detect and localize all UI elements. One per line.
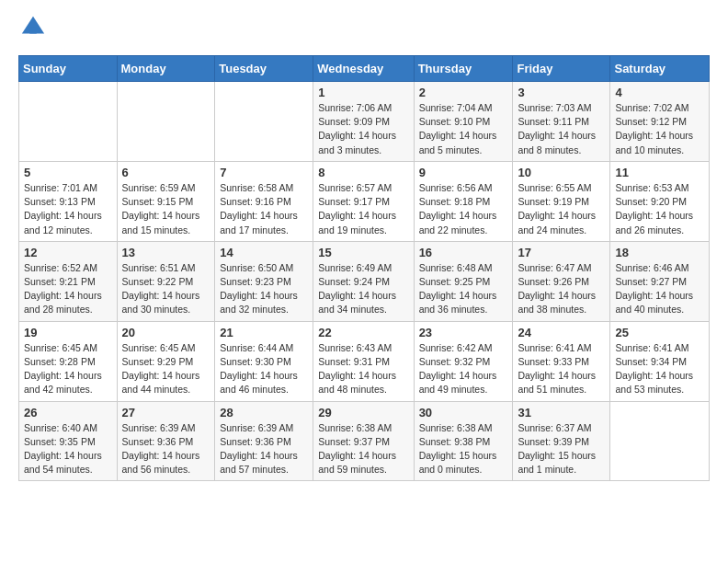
day-number: 20 [122, 326, 210, 339]
day-number: 12 [24, 246, 112, 259]
day-info: Sunrise: 6:38 AM Sunset: 9:38 PM Dayligh… [419, 421, 508, 477]
day-info: Sunrise: 6:59 AM Sunset: 9:15 PM Dayligh… [122, 181, 210, 237]
day-info: Sunrise: 6:50 AM Sunset: 9:23 PM Dayligh… [220, 261, 308, 317]
day-cell: 10Sunrise: 6:55 AM Sunset: 9:19 PM Dayli… [513, 161, 610, 241]
week-row-2: 5Sunrise: 7:01 AM Sunset: 9:13 PM Daylig… [19, 161, 710, 241]
day-number: 19 [24, 326, 112, 339]
day-cell: 9Sunrise: 6:56 AM Sunset: 9:18 PM Daylig… [414, 161, 513, 241]
day-cell [117, 82, 215, 162]
logo [18, 15, 50, 44]
day-number: 31 [518, 406, 605, 419]
day-info: Sunrise: 6:42 AM Sunset: 9:32 PM Dayligh… [419, 341, 508, 397]
day-cell: 15Sunrise: 6:49 AM Sunset: 9:24 PM Dayli… [313, 241, 414, 321]
day-number: 10 [518, 166, 605, 179]
day-number: 6 [122, 166, 210, 179]
day-number: 29 [318, 406, 408, 419]
day-info: Sunrise: 6:56 AM Sunset: 9:18 PM Dayligh… [419, 181, 508, 237]
day-info: Sunrise: 6:48 AM Sunset: 9:25 PM Dayligh… [419, 261, 508, 317]
header [18, 15, 710, 44]
day-number: 24 [518, 326, 605, 339]
day-info: Sunrise: 6:53 AM Sunset: 9:20 PM Dayligh… [615, 181, 704, 237]
day-cell: 11Sunrise: 6:53 AM Sunset: 9:20 PM Dayli… [610, 161, 710, 241]
day-number: 9 [419, 166, 508, 179]
day-number: 1 [318, 86, 408, 99]
week-row-1: 1Sunrise: 7:06 AM Sunset: 9:09 PM Daylig… [19, 82, 710, 162]
day-cell: 20Sunrise: 6:45 AM Sunset: 9:29 PM Dayli… [117, 321, 215, 401]
day-info: Sunrise: 6:39 AM Sunset: 9:36 PM Dayligh… [122, 421, 210, 477]
day-info: Sunrise: 6:45 AM Sunset: 9:28 PM Dayligh… [24, 341, 112, 397]
day-info: Sunrise: 7:04 AM Sunset: 9:10 PM Dayligh… [419, 101, 508, 157]
day-cell: 21Sunrise: 6:44 AM Sunset: 9:30 PM Dayli… [215, 321, 313, 401]
day-info: Sunrise: 6:39 AM Sunset: 9:36 PM Dayligh… [220, 421, 308, 477]
day-number: 22 [318, 326, 408, 339]
day-cell: 12Sunrise: 6:52 AM Sunset: 9:21 PM Dayli… [19, 241, 118, 321]
day-info: Sunrise: 6:46 AM Sunset: 9:27 PM Dayligh… [615, 261, 704, 317]
day-info: Sunrise: 6:51 AM Sunset: 9:22 PM Dayligh… [122, 261, 210, 317]
day-cell: 6Sunrise: 6:59 AM Sunset: 9:15 PM Daylig… [117, 161, 215, 241]
day-number: 30 [419, 406, 508, 419]
day-cell: 25Sunrise: 6:41 AM Sunset: 9:34 PM Dayli… [610, 321, 710, 401]
calendar-table: SundayMondayTuesdayWednesdayThursdayFrid… [18, 55, 710, 481]
weekday-header-wednesday: Wednesday [313, 56, 414, 82]
day-cell: 27Sunrise: 6:39 AM Sunset: 9:36 PM Dayli… [117, 401, 215, 481]
day-cell: 23Sunrise: 6:42 AM Sunset: 9:32 PM Dayli… [414, 321, 513, 401]
day-info: Sunrise: 6:38 AM Sunset: 9:37 PM Dayligh… [318, 421, 408, 477]
day-cell: 8Sunrise: 6:57 AM Sunset: 9:17 PM Daylig… [313, 161, 414, 241]
day-info: Sunrise: 7:06 AM Sunset: 9:09 PM Dayligh… [318, 101, 408, 157]
week-row-4: 19Sunrise: 6:45 AM Sunset: 9:28 PM Dayli… [19, 321, 710, 401]
logo-icon [20, 15, 46, 40]
day-cell: 24Sunrise: 6:41 AM Sunset: 9:33 PM Dayli… [513, 321, 610, 401]
day-cell [610, 401, 710, 481]
day-cell: 13Sunrise: 6:51 AM Sunset: 9:22 PM Dayli… [117, 241, 215, 321]
day-number: 28 [220, 406, 308, 419]
day-cell: 4Sunrise: 7:02 AM Sunset: 9:12 PM Daylig… [610, 82, 710, 162]
day-info: Sunrise: 7:03 AM Sunset: 9:11 PM Dayligh… [518, 101, 605, 157]
day-number: 17 [518, 246, 605, 259]
weekday-header-row: SundayMondayTuesdayWednesdayThursdayFrid… [19, 56, 710, 82]
week-row-5: 26Sunrise: 6:40 AM Sunset: 9:35 PM Dayli… [19, 401, 710, 481]
weekday-header-friday: Friday [513, 56, 610, 82]
day-number: 15 [318, 246, 408, 259]
day-info: Sunrise: 7:01 AM Sunset: 9:13 PM Dayligh… [24, 181, 112, 237]
weekday-header-sunday: Sunday [19, 56, 118, 82]
day-number: 8 [318, 166, 408, 179]
day-cell: 31Sunrise: 6:37 AM Sunset: 9:39 PM Dayli… [513, 401, 610, 481]
day-cell: 18Sunrise: 6:46 AM Sunset: 9:27 PM Dayli… [610, 241, 710, 321]
day-info: Sunrise: 6:52 AM Sunset: 9:21 PM Dayligh… [24, 261, 112, 317]
day-info: Sunrise: 6:41 AM Sunset: 9:34 PM Dayligh… [615, 341, 704, 397]
svg-rect-1 [29, 27, 36, 33]
weekday-header-monday: Monday [117, 56, 215, 82]
day-number: 23 [419, 326, 508, 339]
day-number: 21 [220, 326, 308, 339]
day-info: Sunrise: 7:02 AM Sunset: 9:12 PM Dayligh… [615, 101, 704, 157]
day-cell: 22Sunrise: 6:43 AM Sunset: 9:31 PM Dayli… [313, 321, 414, 401]
day-cell: 17Sunrise: 6:47 AM Sunset: 9:26 PM Dayli… [513, 241, 610, 321]
day-cell: 26Sunrise: 6:40 AM Sunset: 9:35 PM Dayli… [19, 401, 118, 481]
day-cell: 30Sunrise: 6:38 AM Sunset: 9:38 PM Dayli… [414, 401, 513, 481]
day-cell: 3Sunrise: 7:03 AM Sunset: 9:11 PM Daylig… [513, 82, 610, 162]
day-info: Sunrise: 6:40 AM Sunset: 9:35 PM Dayligh… [24, 421, 112, 477]
day-number: 27 [122, 406, 210, 419]
day-info: Sunrise: 6:55 AM Sunset: 9:19 PM Dayligh… [518, 181, 605, 237]
day-number: 3 [518, 86, 605, 99]
day-number: 16 [419, 246, 508, 259]
day-info: Sunrise: 6:43 AM Sunset: 9:31 PM Dayligh… [318, 341, 408, 397]
day-cell: 28Sunrise: 6:39 AM Sunset: 9:36 PM Dayli… [215, 401, 313, 481]
day-number: 11 [615, 166, 704, 179]
day-info: Sunrise: 6:57 AM Sunset: 9:17 PM Dayligh… [318, 181, 408, 237]
day-number: 18 [615, 246, 704, 259]
day-info: Sunrise: 6:37 AM Sunset: 9:39 PM Dayligh… [518, 421, 605, 477]
day-cell: 19Sunrise: 6:45 AM Sunset: 9:28 PM Dayli… [19, 321, 118, 401]
day-info: Sunrise: 6:49 AM Sunset: 9:24 PM Dayligh… [318, 261, 408, 317]
day-number: 25 [615, 326, 704, 339]
day-cell: 1Sunrise: 7:06 AM Sunset: 9:09 PM Daylig… [313, 82, 414, 162]
day-info: Sunrise: 6:45 AM Sunset: 9:29 PM Dayligh… [122, 341, 210, 397]
day-cell: 2Sunrise: 7:04 AM Sunset: 9:10 PM Daylig… [414, 82, 513, 162]
day-cell: 14Sunrise: 6:50 AM Sunset: 9:23 PM Dayli… [215, 241, 313, 321]
day-info: Sunrise: 6:41 AM Sunset: 9:33 PM Dayligh… [518, 341, 605, 397]
day-number: 5 [24, 166, 112, 179]
day-info: Sunrise: 6:47 AM Sunset: 9:26 PM Dayligh… [518, 261, 605, 317]
weekday-header-saturday: Saturday [610, 56, 710, 82]
weekday-header-thursday: Thursday [414, 56, 513, 82]
day-info: Sunrise: 6:44 AM Sunset: 9:30 PM Dayligh… [220, 341, 308, 397]
